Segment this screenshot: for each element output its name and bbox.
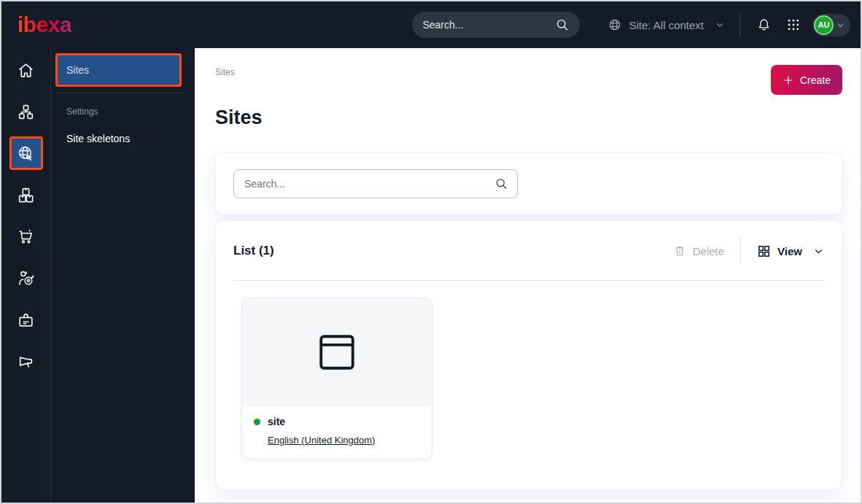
chevron-down-icon [836,20,845,30]
delete-button[interactable]: Delete [673,244,724,257]
user-menu[interactable]: AU [812,14,850,36]
rail-item-personalization[interactable] [9,261,43,295]
status-dot [254,419,260,425]
page-title: Sites [215,106,842,129]
chevron-down-icon [715,20,725,30]
global-search[interactable] [412,12,580,38]
search-icon [555,18,570,32]
create-button-label: Create [800,74,831,86]
delete-button-label: Delete [693,245,724,257]
site-context-selector[interactable]: Site: All context [607,18,725,32]
topbar-divider [739,14,740,36]
notifications-button[interactable] [753,15,774,36]
site-card[interactable]: site English (United Kingdom) [241,298,432,460]
global-search-input[interactable] [422,19,555,31]
plus-icon [783,74,794,86]
content-tree-icon [17,103,35,121]
sites-search-input[interactable] [233,169,518,198]
user-avatar: AU [814,15,834,35]
sidebar-item-sites-label: Sites [66,64,89,76]
rail-item-site-management[interactable] [9,136,43,170]
trash-icon [673,244,686,257]
sites-search[interactable] [233,169,518,198]
blocks-icon [17,186,35,204]
sidebar-item-site-skeletons[interactable]: Site skeletons [51,117,130,144]
view-switcher-label: View [777,245,802,257]
sidebar-item-sites[interactable]: Sites [55,53,182,87]
chevron-down-icon [813,246,824,257]
ibexa-logo[interactable]: ibexa [18,12,71,37]
sites-sidebar: Sites Settings Site skeletons [51,48,195,503]
site-card-preview [242,298,432,406]
rail-item-product-catalog[interactable] [9,178,43,212]
actions-divider [740,237,741,265]
topbar: ibexa Site: All context [1,1,861,48]
search-icon [494,177,508,191]
bell-icon [756,18,772,33]
site-globe-icon [17,144,35,163]
cart-icon [17,228,35,246]
megaphone-icon [17,352,35,371]
icon-rail [1,48,51,503]
rail-item-content[interactable] [9,95,43,128]
list-divider [233,280,824,281]
site-language-link[interactable]: English (United Kingdom) [268,435,375,446]
search-panel [215,152,842,215]
grid-view-icon [757,244,771,258]
sidebar-section-settings: Settings [51,93,195,117]
site-context-label: Site: All context [629,19,704,31]
rail-item-customer-portal[interactable] [9,303,43,336]
breadcrumb[interactable]: Sites [215,65,235,77]
view-switcher[interactable]: View [757,244,824,258]
badge-icon [17,311,35,329]
list-title: List (1) [233,244,274,258]
main-content: Sites Create Sites [195,48,861,503]
site-name: site [268,416,285,427]
home-icon [17,61,35,80]
apps-grid-icon [786,18,801,32]
rail-item-marketing[interactable] [9,344,43,378]
create-button[interactable]: Create [771,65,842,95]
sites-list-panel: List (1) Delete [215,220,842,490]
rail-item-dashboard[interactable] [9,53,43,87]
browser-window-icon [316,333,358,372]
app-window: ibexa Site: All context [0,0,862,504]
personalization-icon [17,269,35,287]
globe-icon [607,18,622,32]
rail-item-commerce[interactable] [9,220,43,253]
app-switcher-button[interactable] [783,15,804,35]
sites-grid: site English (United Kingdom) [241,298,824,460]
